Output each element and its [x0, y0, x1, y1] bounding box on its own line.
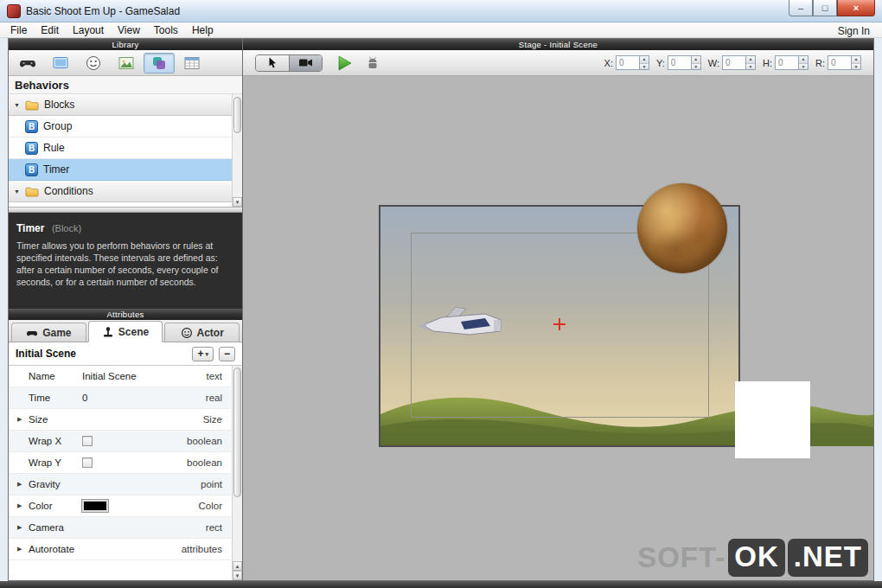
wrap-y-checkbox[interactable] [82, 457, 93, 468]
description-kind: (Block) [52, 223, 81, 233]
tool-mode-switch [255, 54, 323, 72]
scene-name-row: Initial Scene + ▾ − [9, 342, 242, 366]
titlebar[interactable]: Basic Shoot Em Up - GameSalad – □ × [0, 0, 882, 22]
tree-scroll-down-icon[interactable]: ▼ [233, 197, 242, 207]
stage-toolbar: X: ▲ ▼ Y: ▲ ▼ [243, 50, 873, 76]
watermark-net: .NET [788, 539, 868, 577]
attr-row-size[interactable]: ▶ Size Size [9, 409, 231, 431]
sign-in-button[interactable]: Sign In [838, 25, 870, 37]
expand-triangle-icon[interactable]: ▶ [17, 546, 29, 553]
menu-file[interactable]: File [3, 23, 34, 37]
coord-x: X: ▲ ▼ [604, 55, 649, 70]
attr-row-wrap-y[interactable]: Wrap Y boolean [9, 452, 231, 474]
spin-down-icon[interactable]: ▼ [799, 63, 808, 70]
behavior-badge-icon: B [25, 142, 38, 155]
attr-row-autorotate[interactable]: ▶ Autorotate attributes [9, 539, 231, 560]
coord-x-input[interactable] [617, 56, 639, 69]
expand-triangle-icon[interactable]: ▶ [17, 481, 29, 488]
coord-h-input[interactable] [776, 56, 798, 69]
tree-scrollbar-thumb[interactable] [233, 97, 241, 133]
library-tab-actors[interactable] [78, 53, 109, 74]
coord-x-label: X: [604, 58, 613, 68]
tab-scene[interactable]: Scene [88, 321, 163, 342]
spin-up-icon[interactable]: ▲ [692, 56, 700, 63]
tree-item-rule[interactable]: B Rule [9, 137, 242, 159]
library-tab-scenes[interactable] [45, 53, 76, 74]
library-header: Library [9, 39, 242, 50]
coord-y-stepper: ▲ ▼ [691, 56, 700, 69]
attributes-scroll-down-icon[interactable]: ▼ [233, 571, 242, 580]
menubar: File Edit Layout View Tools Help [0, 22, 882, 38]
wrap-x-checkbox[interactable] [82, 436, 93, 446]
expand-triangle-icon[interactable]: ▶ [17, 524, 29, 531]
camera-tool-button[interactable] [289, 55, 322, 71]
watermark-soft: SOFT- [637, 541, 725, 574]
attr-row-time[interactable]: Time 0 real [9, 387, 231, 409]
attr-row-name[interactable]: Name Initial Scene text [9, 366, 231, 387]
tree-scrollbar[interactable]: ▼ [232, 94, 242, 207]
behavior-badge-icon: B [25, 120, 38, 133]
library-section-title: Behaviors [9, 76, 242, 94]
cursor-tool-button[interactable] [256, 55, 289, 71]
library-tab-behaviors[interactable] [144, 53, 175, 74]
spin-down-icon[interactable]: ▼ [852, 63, 860, 70]
spin-up-icon[interactable]: ▲ [746, 56, 755, 63]
add-attribute-button[interactable]: + ▾ [192, 347, 214, 361]
coord-r-input[interactable] [828, 56, 851, 69]
main-content: Library [8, 38, 874, 581]
minimize-button[interactable]: – [789, 0, 813, 16]
attributes-scrollbar[interactable]: ▲ ▼ [232, 366, 242, 580]
spin-up-icon[interactable]: ▲ [799, 56, 808, 63]
planet-actor[interactable] [637, 183, 727, 273]
coord-w: W: ▲ ▼ [708, 55, 756, 70]
tree-item-blocks[interactable]: ▼ Blocks [9, 94, 242, 116]
menu-edit[interactable]: Edit [34, 23, 66, 37]
spin-up-icon[interactable]: ▲ [852, 56, 860, 63]
tab-actor[interactable]: Actor [164, 323, 240, 342]
menu-tools[interactable]: Tools [147, 23, 185, 37]
coord-w-input[interactable] [723, 56, 745, 69]
library-tab-game[interactable] [12, 53, 43, 74]
coord-y-input[interactable] [668, 56, 691, 69]
spin-down-icon[interactable]: ▼ [746, 63, 755, 70]
menu-view[interactable]: View [111, 23, 147, 37]
spin-down-icon[interactable]: ▼ [692, 63, 700, 70]
spawn-crosshair[interactable] [553, 317, 566, 331]
play-button[interactable] [338, 55, 352, 71]
white-actor[interactable] [735, 381, 810, 458]
close-button[interactable]: × [837, 0, 875, 16]
remove-attribute-button[interactable]: − [219, 347, 235, 361]
menu-help[interactable]: Help [185, 23, 220, 37]
tree-item-group[interactable]: B Group [9, 116, 242, 137]
library-tab-images[interactable] [111, 53, 142, 74]
spin-down-icon[interactable]: ▼ [640, 63, 649, 70]
color-swatch[interactable] [82, 500, 108, 512]
tree-item-timer[interactable]: B Timer [9, 159, 242, 181]
expand-triangle-icon[interactable]: ▶ [17, 502, 29, 509]
tab-game[interactable]: Game [11, 323, 86, 342]
stage-canvas[interactable]: SOFT- OK .NET [243, 76, 873, 580]
description-body: Timer allows you to perform behaviors or… [16, 240, 234, 288]
attr-row-gravity[interactable]: ▶ Gravity point [9, 474, 231, 495]
library-tab-tables[interactable] [176, 53, 208, 74]
attr-row-color[interactable]: ▶ Color Color [9, 495, 231, 517]
attributes-scrollbar-thumb[interactable] [233, 368, 241, 497]
panel-splitter[interactable] [9, 207, 242, 213]
tree-item-conditions[interactable]: ▼ Conditions [9, 181, 242, 202]
window-bottom-frame [0, 581, 882, 588]
maximize-button[interactable]: □ [813, 0, 837, 16]
attr-row-camera[interactable]: ▶ Camera rect [9, 517, 231, 539]
menu-layout[interactable]: Layout [66, 23, 111, 37]
spin-up-icon[interactable]: ▲ [640, 56, 649, 63]
coord-w-stepper: ▲ ▼ [745, 56, 755, 69]
expand-triangle-icon[interactable]: ▶ [17, 416, 29, 423]
disclosure-icon[interactable]: ▼ [14, 189, 25, 195]
attributes-scroll-up-icon[interactable]: ▲ [233, 561, 242, 571]
attr-row-wrap-x[interactable]: Wrap X boolean [9, 431, 231, 452]
ship-actor[interactable] [416, 303, 506, 342]
coord-r: R: ▲ ▼ [815, 55, 861, 70]
preview-device-button[interactable] [366, 56, 380, 70]
images-icon [118, 54, 135, 72]
disclosure-icon[interactable]: ▼ [14, 102, 25, 108]
behavior-badge-icon: B [25, 163, 38, 176]
